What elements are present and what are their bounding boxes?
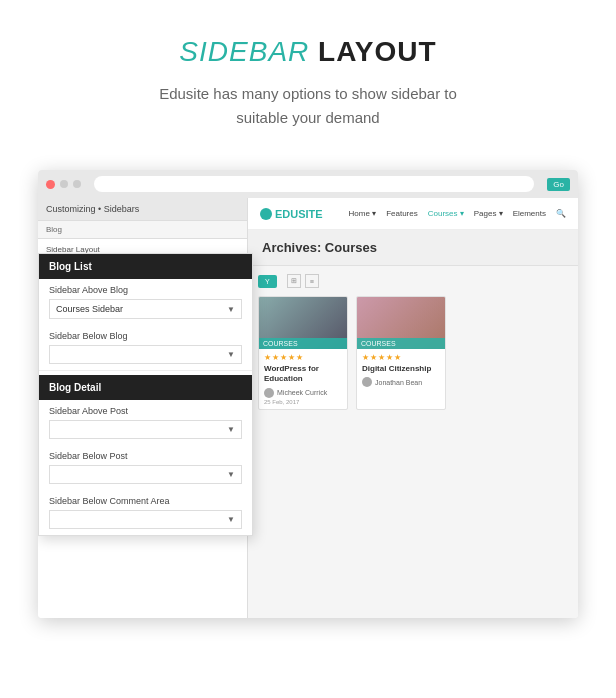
sidebar-below-post-label: Sidebar Below Post	[39, 445, 252, 463]
card-overlay-2: Courses	[357, 338, 445, 349]
sidebar-above-post-select[interactable]: ▼	[49, 420, 242, 439]
grid-view-icon[interactable]: ⊞	[287, 274, 301, 288]
card-stars-1: ★★★★★	[264, 353, 342, 362]
filter-bar: Y ⊞ ≡	[258, 274, 568, 288]
sidebar-above-blog-label: Sidebar Above Blog	[39, 279, 252, 297]
site-content: Y ⊞ ≡ Courses	[248, 266, 578, 418]
nav-links: Home ▾ Features Courses ▾ Pages ▾ Elemen…	[349, 209, 566, 218]
sidebar-above-blog-select[interactable]: Courses Sidebar ▼	[49, 299, 242, 319]
divider-1	[39, 370, 252, 371]
card-title-1: WordPress for Education	[264, 364, 342, 385]
filter-tag[interactable]: Y	[258, 275, 277, 288]
panel-top-label: Customizing • Sidebars	[38, 198, 247, 221]
title-sidebar: SIDEBAR	[179, 36, 309, 67]
page-wrapper: SIDEBAR LAYOUT Edusite has many options …	[0, 0, 616, 698]
nav-courses[interactable]: Courses ▾	[428, 209, 464, 218]
page-title: SIDEBAR LAYOUT	[159, 36, 457, 68]
browser-bar: Go	[38, 170, 578, 198]
left-admin-panel: Customizing • Sidebars Blog Sidebar Layo…	[38, 198, 248, 618]
card-avatar-1	[264, 388, 274, 398]
card-author-2: Jonathan Bean	[362, 377, 440, 387]
sidebar-above-post-label: Sidebar Above Post	[39, 400, 252, 418]
card-title-2: Digital Citizenship	[362, 364, 440, 374]
card-author-name-2: Jonathan Bean	[375, 379, 422, 386]
site-logo: EDUSITE	[260, 208, 323, 220]
sidebar-below-blog-select[interactable]: ▼	[49, 345, 242, 364]
header-section: SIDEBAR LAYOUT Edusite has many options …	[139, 0, 477, 150]
archive-title: Archives: Courses	[248, 230, 578, 266]
nav-features[interactable]: Features	[386, 209, 418, 218]
sidebar-below-post-select[interactable]: ▼	[49, 465, 242, 484]
nav-elements[interactable]: Elements	[513, 209, 546, 218]
card-stars-2: ★★★★★	[362, 353, 440, 362]
sidebar-dropdown-panel: Blog List Sidebar Above Blog Courses Sid…	[38, 253, 253, 536]
list-view-icon[interactable]: ≡	[305, 274, 319, 288]
select-arrow-1: ▼	[227, 305, 235, 314]
card-body-1: ★★★★★ WordPress for Education Micheek Cu…	[259, 349, 347, 409]
card-author-name-1: Micheek Currick	[277, 389, 327, 396]
right-site-preview: EDUSITE Home ▾ Features Courses ▾ Pages …	[248, 198, 578, 618]
sidebar-below-blog-label: Sidebar Below Blog	[39, 325, 252, 343]
sidebar-below-comment-label: Sidebar Below Comment Area	[39, 490, 252, 508]
course-card-1[interactable]: Courses ★★★★★ WordPress for Education Mi…	[258, 296, 348, 410]
sidebar-below-comment-select[interactable]: ▼	[49, 510, 242, 529]
nav-home[interactable]: Home ▾	[349, 209, 377, 218]
filter-icons: ⊞ ≡	[287, 274, 319, 288]
select-arrow-4: ▼	[227, 470, 235, 479]
select-arrow-5: ▼	[227, 515, 235, 524]
nav-search-icon[interactable]: 🔍	[556, 209, 566, 218]
site-nav: EDUSITE Home ▾ Features Courses ▾ Pages …	[248, 198, 578, 230]
select-arrow-2: ▼	[227, 350, 235, 359]
title-layout: LAYOUT	[318, 36, 437, 67]
card-body-2: ★★★★★ Digital Citizenship Jonathan Bean	[357, 349, 445, 392]
subtitle: Edusite has many options to show sidebar…	[159, 82, 457, 130]
blog-list-header: Blog List	[39, 254, 252, 279]
course-cards: Courses ★★★★★ WordPress for Education Mi…	[258, 296, 568, 410]
blog-detail-header: Blog Detail	[39, 375, 252, 400]
min-dot	[60, 180, 68, 188]
card-image-2: Courses	[357, 297, 445, 349]
max-dot	[73, 180, 81, 188]
card-date-1: 25 Feb, 2017	[264, 399, 342, 405]
url-bar	[94, 176, 534, 192]
card-author-1: Micheek Currick	[264, 388, 342, 398]
select-arrow-3: ▼	[227, 425, 235, 434]
go-button[interactable]: Go	[547, 178, 570, 191]
card-avatar-2	[362, 377, 372, 387]
logo-icon	[260, 208, 272, 220]
close-dot	[46, 180, 55, 189]
course-card-2[interactable]: Courses ★★★★★ Digital Citizenship Jonath…	[356, 296, 446, 410]
browser-mockup: Go Customizing • Sidebars Blog Sidebar L…	[38, 170, 578, 618]
card-overlay-1: Courses	[259, 338, 347, 349]
nav-pages[interactable]: Pages ▾	[474, 209, 503, 218]
card-image-1: Courses	[259, 297, 347, 349]
panel-breadcrumb: Blog	[38, 221, 247, 239]
browser-content: Customizing • Sidebars Blog Sidebar Layo…	[38, 198, 578, 618]
